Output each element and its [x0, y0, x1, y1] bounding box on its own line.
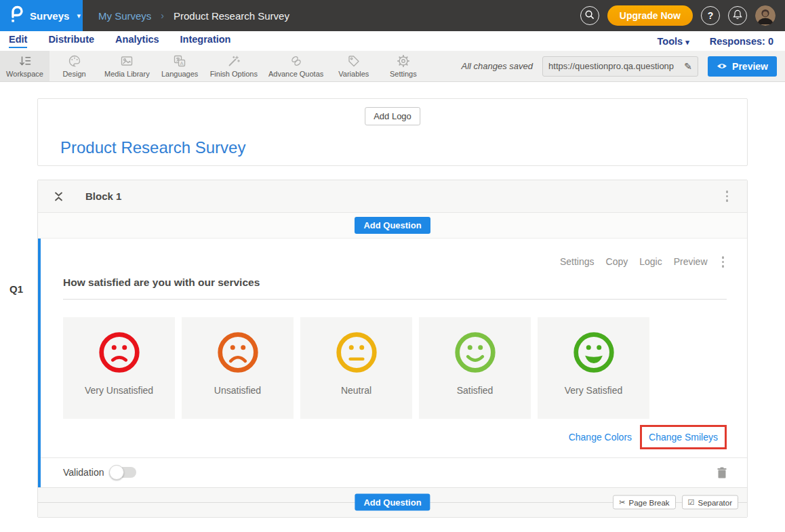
toolbar-item-finish-options[interactable]: Finish Options — [205, 51, 263, 81]
toolbar-item-variables[interactable]: Variables — [329, 51, 378, 81]
survey-title[interactable]: Product Research Survey — [60, 138, 245, 157]
survey-header-card: Add Logo Product Research Survey — [37, 98, 748, 166]
toolbar-item-label: Settings — [390, 70, 417, 78]
page-break-button[interactable]: ✂Page Break — [613, 495, 675, 510]
product-name: Surveys — [30, 10, 69, 22]
chain-icon — [289, 54, 303, 68]
toolbar-item-media-library[interactable]: Media Library — [99, 51, 155, 81]
option-neutral[interactable]: Neutral — [300, 317, 412, 419]
image-icon — [120, 54, 134, 68]
separator-button[interactable]: ☑Separator — [682, 495, 738, 510]
block-menu-kebab-icon[interactable] — [723, 188, 731, 205]
upgrade-now-button[interactable]: Upgrade Now — [607, 5, 693, 26]
option-label: Satisfied — [457, 385, 494, 396]
tab-edit[interactable]: Edit — [9, 34, 27, 48]
add-logo-button[interactable]: Add Logo — [365, 107, 420, 125]
surveys-product-menu[interactable]: Surveys ▾ — [0, 0, 83, 31]
svg-text:A: A — [180, 60, 184, 66]
tab-distribute[interactable]: Distribute — [48, 34, 94, 48]
chevron-down-icon: ▾ — [77, 12, 81, 20]
survey-url-value: https://questionpro.qa.questionp — [548, 61, 680, 71]
breadcrumb-current-survey: Product Research Survey — [174, 10, 289, 22]
toolbar-item-settings[interactable]: Settings — [378, 51, 428, 81]
breadcrumb: My Surveys › Product Research Survey — [98, 10, 289, 22]
survey-section-nav: Edit Distribute Analytics Integration To… — [0, 31, 785, 51]
search-icon — [584, 9, 595, 22]
eye-icon — [717, 61, 727, 72]
preview-label: Preview — [732, 61, 768, 72]
smiley-very-satisfied-icon — [571, 330, 616, 375]
validation-toggle[interactable] — [110, 467, 136, 478]
tab-analytics[interactable]: Analytics — [115, 34, 159, 48]
toolbar-item-label: Finish Options — [210, 70, 258, 78]
option-label: Unsatisfied — [214, 385, 261, 396]
header-actions: Upgrade Now ? — [580, 5, 785, 26]
option-unsatisfied[interactable]: Unsatisfied — [182, 317, 294, 419]
option-satisfied[interactable]: Satisfied — [419, 317, 531, 419]
notifications-button[interactable] — [728, 6, 747, 25]
question-text-field[interactable]: How satisfied are you with our services — [63, 277, 727, 300]
chevron-down-icon: ▾ — [685, 38, 689, 46]
toolbar-item-workspace[interactable]: Workspace — [0, 51, 49, 81]
question-menu-kebab-icon[interactable] — [719, 253, 727, 270]
gear-icon — [397, 54, 410, 68]
question-index: Q1 — [9, 283, 23, 295]
add-question-button-bottom[interactable]: Add Question — [355, 494, 430, 511]
scissors-icon: ✂ — [619, 498, 625, 507]
toolbar-item-label: Media Library — [104, 70, 150, 78]
change-colors-link[interactable]: Change Colors — [569, 432, 632, 443]
toolbar-right: All changes saved https://questionpro.qa… — [462, 51, 785, 81]
save-status: All changes saved — [462, 61, 534, 71]
toolbar-item-label: Workspace — [6, 70, 43, 78]
option-label: Very Satisfied — [565, 385, 623, 396]
block-header: Block 1 — [38, 180, 747, 213]
option-very-unsatisfied[interactable]: Very Unsatisfied — [63, 317, 175, 419]
question-settings-link[interactable]: Settings — [560, 256, 595, 267]
responses-count[interactable]: Responses: 0 — [710, 36, 773, 47]
question-actions: Settings Copy Logic Preview — [63, 239, 727, 270]
smiley-unsatisfied-icon — [216, 330, 260, 375]
toolbar-item-label: Languages — [161, 70, 198, 78]
smiley-options-row: Very Unsatisfied Unsatisfied Neutral Sat… — [63, 317, 727, 419]
toolbar-item-advance-quotas[interactable]: Advance Quotas — [263, 51, 329, 81]
question-logic-link[interactable]: Logic — [639, 256, 662, 267]
help-button[interactable]: ? — [701, 6, 720, 25]
search-button[interactable] — [580, 6, 599, 25]
option-label: Very Unsatisfied — [85, 385, 153, 396]
top-header-bar: Surveys ▾ My Surveys › Product Research … — [0, 0, 785, 31]
smiley-neutral-icon — [334, 330, 379, 375]
question-copy-link[interactable]: Copy — [606, 256, 628, 267]
checkbox-icon: ☑ — [688, 498, 695, 507]
collapse-block-icon[interactable] — [54, 191, 63, 202]
question-q1: Settings Copy Logic Preview How satisfie… — [38, 239, 747, 487]
breadcrumb-my-surveys[interactable]: My Surveys — [98, 10, 151, 22]
toolbar-item-label: Variables — [338, 70, 369, 78]
option-very-satisfied[interactable]: Very Satisfied — [538, 317, 649, 419]
tab-integration[interactable]: Integration — [180, 34, 231, 48]
tools-dropdown[interactable]: Tools ▾ — [658, 36, 689, 47]
bell-icon — [733, 9, 742, 22]
subnav-right: Tools ▾ Responses: 0 — [658, 36, 776, 47]
section-tabs: Edit Distribute Analytics Integration — [9, 34, 230, 48]
workspace-icon — [18, 54, 32, 68]
wand-icon — [227, 54, 241, 68]
survey-url-field[interactable]: https://questionpro.qa.questionp ✎ — [542, 56, 698, 77]
change-smileys-link[interactable]: Change Smileys — [649, 432, 718, 443]
validation-row: Validation — [41, 457, 747, 487]
toolbar-item-languages[interactable]: A Languages — [155, 51, 205, 81]
smiley-very-unsatisfied-icon — [97, 330, 142, 375]
preview-button[interactable]: Preview — [708, 56, 777, 77]
edit-url-icon[interactable]: ✎ — [684, 61, 692, 72]
toolbar-item-label: Advance Quotas — [268, 70, 323, 78]
translate-icon: A — [173, 54, 186, 68]
toolbar-item-design[interactable]: Design — [49, 51, 99, 81]
delete-question-trash-icon[interactable] — [717, 467, 727, 478]
question-text: How satisfied are you with our services — [63, 277, 260, 288]
breadcrumb-separator-icon: › — [161, 10, 164, 21]
toolbar-item-label: Design — [62, 70, 85, 78]
validation-label: Validation — [63, 467, 104, 478]
question-preview-link[interactable]: Preview — [674, 256, 708, 267]
block-title[interactable]: Block 1 — [85, 190, 121, 202]
add-question-button-top[interactable]: Add Question — [355, 217, 430, 234]
avatar[interactable] — [755, 5, 776, 26]
